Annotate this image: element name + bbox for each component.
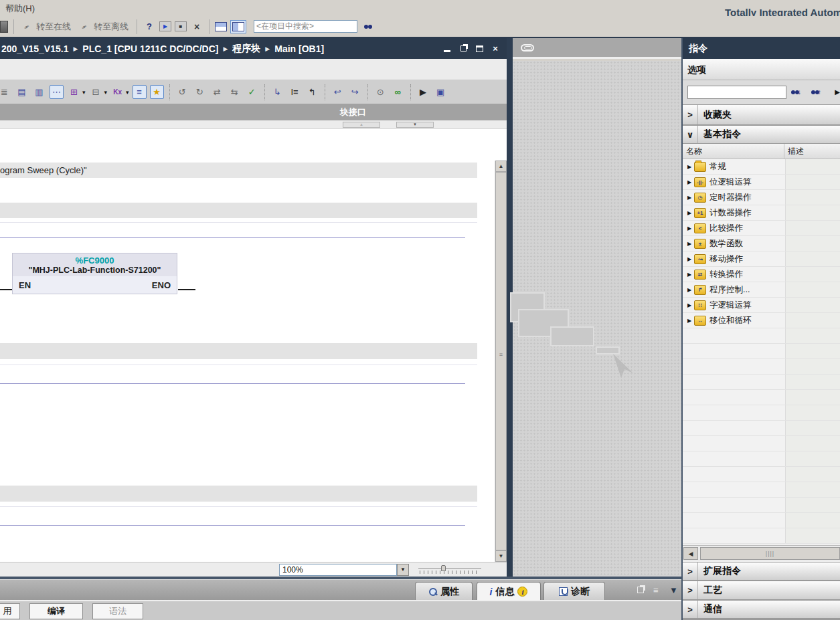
pin-eno[interactable]: ENO bbox=[152, 280, 171, 290]
chevron-right-icon[interactable]: > bbox=[683, 581, 698, 599]
compile-icon[interactable]: ✓ bbox=[245, 85, 259, 99]
tree-row-word-logic[interactable]: ▶∷字逻辑运算 bbox=[683, 298, 840, 313]
breadcrumb-plc[interactable]: PLC_1 [CPU 1211C DC/DC/DC] bbox=[82, 43, 218, 54]
expander-icon[interactable]: ▶ bbox=[685, 318, 694, 324]
chevron-right-icon[interactable]: > bbox=[683, 601, 698, 618]
insert-network-icon[interactable]: ▤ bbox=[15, 85, 29, 99]
expander-icon[interactable]: ▶ bbox=[685, 302, 694, 308]
tab-info[interactable]: i 信息 i bbox=[477, 582, 541, 601]
cross-references-icon[interactable]: × bbox=[190, 20, 203, 33]
split-view-icon[interactable]: ▣ bbox=[434, 85, 448, 99]
next-error-icon[interactable]: ↻ bbox=[193, 85, 207, 99]
breadcrumb-project[interactable]: 200_V15_V15.1 bbox=[1, 43, 68, 54]
search-up-icon[interactable]: ↑ bbox=[811, 88, 821, 96]
close-branch-icon[interactable]: ↰ bbox=[305, 85, 319, 99]
zoom-dropdown-icon[interactable]: ▼ bbox=[397, 564, 409, 576]
tree-row-shift-rotate[interactable]: ▶↔移位和循环 bbox=[683, 313, 840, 328]
subtab-cross-reference[interactable]: 用 bbox=[0, 603, 20, 619]
tree-row-math[interactable]: ▶±数学函数 bbox=[683, 236, 840, 251]
maximize-icon[interactable] bbox=[475, 44, 484, 54]
insert-dropdown-arrow[interactable]: ▾ bbox=[104, 89, 108, 96]
expander-icon[interactable]: ▶ bbox=[685, 287, 694, 293]
stop-simulation-icon[interactable]: ■ bbox=[175, 21, 187, 31]
tree-row-counters[interactable]: ▶+1计数器操作 bbox=[683, 205, 840, 221]
expander-icon[interactable]: ▶ bbox=[685, 210, 694, 216]
more-icon[interactable]: ▶ bbox=[416, 85, 430, 99]
section-basic-instructions[interactable]: ∨ 基本指令 bbox=[683, 125, 840, 144]
section-communication[interactable]: > 通信 bbox=[683, 600, 840, 619]
expander-icon[interactable]: ▶ bbox=[685, 225, 694, 231]
collapse-pane-icon[interactable]: ▼ bbox=[669, 585, 678, 595]
interface-expand-up-icon[interactable]: ▲ bbox=[343, 122, 380, 128]
consistency-check-icon[interactable]: ⇆ bbox=[228, 85, 242, 99]
column-description[interactable]: 描述 bbox=[784, 144, 840, 159]
float-pane-icon[interactable] bbox=[637, 587, 644, 593]
scrollbar-thumb[interactable]: |||| bbox=[700, 547, 840, 560]
panel-expand-icon[interactable]: ▶ bbox=[835, 88, 840, 96]
go-offline-button[interactable]: 转至离线 bbox=[94, 21, 129, 33]
go-online-button[interactable]: 转至在线 bbox=[36, 21, 71, 33]
function-block-fc9000[interactable]: %FC9000 "MHJ-PLC-Lab-Function-S71200" EN… bbox=[12, 253, 177, 294]
insert-empty-box-icon[interactable]: ▥ bbox=[32, 85, 46, 99]
project-search-input[interactable] bbox=[254, 20, 357, 33]
insert-dropdown-arrow[interactable]: ▾ bbox=[126, 89, 129, 96]
clipped-toolbar-icon[interactable] bbox=[0, 21, 8, 33]
jump-label-icon[interactable]: Kx bbox=[110, 85, 124, 99]
minimize-icon[interactable] bbox=[442, 44, 452, 54]
overview-panel-header[interactable] bbox=[513, 38, 683, 59]
menu-help[interactable]: 帮助(H) bbox=[5, 3, 35, 15]
section-extended-instructions[interactable]: > 扩展指令 bbox=[683, 562, 840, 581]
zoom-level-combobox[interactable] bbox=[279, 564, 397, 576]
horizontal-scrollbar[interactable]: ◀ |||| bbox=[683, 545, 840, 561]
go-online-icon[interactable]: ⌁ bbox=[19, 20, 33, 33]
tree-row-general[interactable]: ▶常规 bbox=[683, 159, 840, 175]
chevron-down-icon[interactable]: ∨ bbox=[683, 126, 698, 143]
horizontal-split-icon[interactable] bbox=[215, 22, 227, 31]
breadcrumb-main-ob1[interactable]: Main [OB1] bbox=[274, 43, 324, 54]
vertical-split-active[interactable] bbox=[230, 20, 246, 33]
absolute-operands-icon[interactable]: ⊙ bbox=[373, 85, 388, 99]
sort-network-icon[interactable]: ≣ bbox=[0, 85, 11, 99]
pin-en[interactable]: EN bbox=[19, 280, 31, 290]
scrollbar-thumb[interactable]: ≡ bbox=[495, 172, 507, 550]
tab-diagnostics[interactable]: 诊断 bbox=[543, 582, 605, 601]
function-block-name[interactable]: "MHJ-PLC-Lab-Function-S71200" bbox=[13, 266, 177, 275]
function-block-id[interactable]: %FC9000 bbox=[13, 255, 177, 266]
zoom-slider-thumb[interactable] bbox=[441, 565, 446, 571]
expander-icon[interactable]: ▶ bbox=[685, 241, 694, 247]
insert-ladder-box-icon[interactable]: ⊞ bbox=[67, 85, 81, 99]
network-title-band[interactable] bbox=[0, 343, 477, 359]
network-title-band[interactable] bbox=[0, 486, 477, 502]
close-icon[interactable]: × bbox=[491, 44, 500, 54]
tree-row-convert[interactable]: ▶⇄转换操作 bbox=[683, 267, 840, 282]
expander-icon[interactable]: ▶ bbox=[685, 195, 694, 201]
float-window-icon[interactable] bbox=[458, 44, 468, 54]
ladder-editor-canvas[interactable]: ogram Sweep (Cycle)" %FC9000 "MHJ-PLC-La… bbox=[0, 129, 507, 562]
section-favorites[interactable]: > 收藏夹 bbox=[683, 104, 840, 125]
subtab-syntax[interactable]: 语法 bbox=[92, 603, 143, 619]
go-back-icon[interactable]: ↩ bbox=[331, 85, 345, 99]
chevron-right-icon[interactable]: > bbox=[683, 562, 698, 580]
search-down-icon[interactable]: ↓ bbox=[791, 88, 801, 96]
update-block-call-icon[interactable]: ⇄ bbox=[210, 85, 224, 99]
vertical-scrollbar[interactable]: ▲ ≡ ▼ bbox=[495, 161, 506, 562]
tab-properties[interactable]: 属性 bbox=[415, 582, 473, 601]
favorites-pane-icon[interactable]: ★ bbox=[150, 85, 164, 99]
start-simulation-icon[interactable]: ▶ bbox=[159, 21, 171, 31]
tree-row-move[interactable]: ▶↝移动操作 bbox=[683, 251, 840, 267]
expander-icon[interactable]: ▶ bbox=[685, 256, 694, 262]
expander-icon[interactable]: ▶ bbox=[685, 164, 694, 170]
search-in-project-icon[interactable] bbox=[361, 20, 374, 33]
instruction-search-input[interactable] bbox=[687, 86, 786, 99]
section-technology[interactable]: > 工艺 bbox=[683, 581, 840, 600]
network-title-band[interactable] bbox=[0, 203, 477, 218]
insert-operand-icon[interactable]: ⊟ bbox=[89, 85, 103, 99]
toggle-symbol-info-icon[interactable]: ≡ bbox=[133, 85, 147, 99]
insert-dropdown-arrow[interactable]: ▾ bbox=[82, 89, 86, 96]
expander-icon[interactable]: ▶ bbox=[685, 179, 694, 185]
tree-row-compare[interactable]: ▶<比较操作 bbox=[683, 221, 840, 236]
scroll-up-icon[interactable]: ▲ bbox=[495, 161, 507, 172]
go-offline-icon[interactable]: ⌁ bbox=[77, 20, 90, 33]
go-forward-icon[interactable]: ↪ bbox=[348, 85, 362, 99]
column-name[interactable]: 名称 bbox=[683, 144, 784, 159]
